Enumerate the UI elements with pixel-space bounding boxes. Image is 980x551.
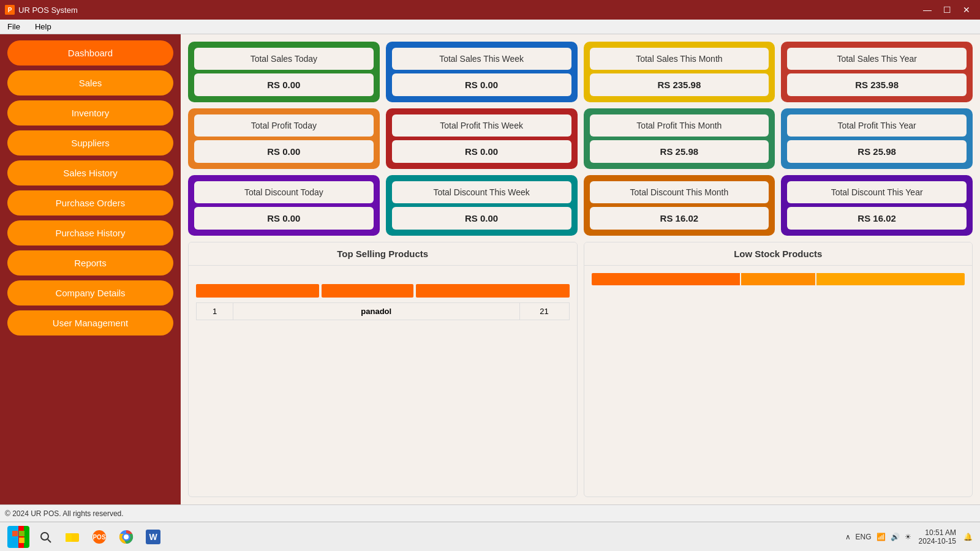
svg-rect-2 bbox=[12, 531, 18, 536]
stat-card-sales-today: Total Sales Today RS 0.00 bbox=[188, 42, 380, 102]
content-area: Total Sales Today RS 0.00 Total Sales Th… bbox=[181, 34, 980, 504]
title-bar-controls[interactable]: — ☐ ✕ bbox=[919, 4, 975, 16]
word-taskbar-button[interactable]: W bbox=[142, 526, 164, 548]
sidebar-item-sales-history[interactable]: Sales History bbox=[7, 160, 173, 186]
title-bar-left: P UR POS System bbox=[5, 5, 78, 15]
stat-card-sales-month: Total Sales This Month RS 235.98 bbox=[584, 42, 775, 102]
stat-value-sales-week: RS 0.00 bbox=[392, 73, 571, 96]
table-cell-product: panadol bbox=[233, 303, 520, 320]
stat-value-profit-week: RS 0.00 bbox=[392, 140, 571, 163]
svg-text:POS: POS bbox=[92, 534, 105, 541]
search-taskbar-button[interactable] bbox=[34, 526, 56, 548]
svg-text:W: W bbox=[149, 532, 157, 542]
main-container: Dashboard Sales Inventory Suppliers Sale… bbox=[0, 34, 980, 504]
language-indicator: ENG bbox=[856, 533, 872, 541]
stat-card-profit-today: Total Profit Today RS 0.00 bbox=[188, 108, 380, 169]
stat-value-discount-week: RS 0.00 bbox=[392, 207, 571, 230]
menu-help[interactable]: Help bbox=[32, 21, 54, 32]
sidebar-item-sales[interactable]: Sales bbox=[7, 70, 173, 96]
svg-text:P: P bbox=[8, 7, 12, 13]
stat-card-discount-today: Total Discount Today RS 0.00 bbox=[188, 175, 380, 236]
stat-title-profit-month: Total Profit This Month bbox=[590, 114, 769, 137]
menu-file[interactable]: File bbox=[5, 21, 23, 32]
sidebar-item-inventory[interactable]: Inventory bbox=[7, 100, 173, 126]
wifi-icon: 📶 bbox=[876, 533, 886, 541]
svg-rect-3 bbox=[19, 531, 24, 536]
sidebar-item-user-management[interactable]: User Management bbox=[7, 310, 173, 335]
file-explorer-button[interactable] bbox=[61, 526, 83, 548]
taskbar-clock: 10:51 AM 2024-10-15 bbox=[919, 528, 956, 545]
top-selling-content: 1 panadol 21 bbox=[189, 266, 577, 497]
sidebar-item-purchase-history[interactable]: Purchase History bbox=[7, 220, 173, 246]
top-selling-header: Top Selling Products bbox=[189, 242, 577, 266]
stat-value-profit-month: RS 25.98 bbox=[590, 140, 769, 163]
volume-icon[interactable]: 🔊 bbox=[891, 533, 900, 541]
table-row: 1 panadol 21 bbox=[196, 302, 570, 320]
stat-title-discount-week: Total Discount This Week bbox=[392, 181, 571, 203]
stat-value-profit-today: RS 0.00 bbox=[194, 140, 374, 163]
table-cell-qty: 21 bbox=[520, 303, 569, 320]
stat-title-profit-today: Total Profit Today bbox=[194, 114, 374, 137]
taskbar-left: POS W bbox=[7, 526, 164, 548]
stat-card-sales-year: Total Sales This Year RS 235.98 bbox=[781, 42, 973, 102]
close-button[interactable]: ✕ bbox=[958, 4, 975, 16]
menu-bar: File Help bbox=[0, 20, 980, 34]
stat-card-discount-month: Total Discount This Month RS 16.02 bbox=[584, 175, 775, 236]
bar-2 bbox=[322, 284, 413, 298]
sidebar-item-dashboard[interactable]: Dashboard bbox=[7, 40, 173, 66]
svg-point-14 bbox=[124, 534, 129, 539]
stat-title-profit-year: Total Profit This Year bbox=[787, 114, 967, 137]
stat-value-discount-today: RS 0.00 bbox=[194, 207, 374, 230]
chrome-taskbar-button[interactable] bbox=[115, 526, 137, 548]
footer: © 2024 UR POS. All rights reserved. bbox=[0, 504, 980, 522]
taskbar: POS W ∧ ENG 📶 🔊 ☀ 1 bbox=[0, 522, 980, 551]
sidebar-item-reports[interactable]: Reports bbox=[7, 250, 173, 276]
stats-grid: Total Sales Today RS 0.00 Total Sales Th… bbox=[188, 42, 973, 236]
app-icon: P bbox=[5, 5, 15, 15]
svg-line-7 bbox=[48, 539, 51, 542]
bar-chart bbox=[196, 273, 570, 298]
minimize-button[interactable]: — bbox=[919, 4, 936, 16]
stat-title-sales-week: Total Sales This Week bbox=[392, 48, 571, 70]
stat-card-profit-month: Total Profit This Month RS 25.98 bbox=[584, 108, 775, 169]
stat-value-discount-year: RS 16.02 bbox=[787, 207, 967, 230]
system-icons: ∧ ENG 📶 🔊 ☀ bbox=[845, 533, 911, 541]
stat-card-discount-week: Total Discount This Week RS 0.00 bbox=[386, 175, 578, 236]
sidebar-item-purchase-orders[interactable]: Purchase Orders bbox=[7, 190, 173, 216]
low-stock-header: Low Stock Products bbox=[584, 242, 973, 266]
low-stock-content bbox=[584, 266, 973, 497]
notification-icon[interactable]: 🔔 bbox=[963, 533, 973, 541]
low-stock-bar-2 bbox=[741, 273, 815, 285]
stat-title-sales-month: Total Sales This Month bbox=[590, 48, 769, 70]
svg-rect-10 bbox=[66, 533, 70, 536]
clock-date: 2024-10-15 bbox=[919, 537, 956, 545]
bar-1 bbox=[196, 284, 319, 298]
low-stock-panel: Low Stock Products bbox=[584, 242, 973, 497]
stat-value-discount-month: RS 16.02 bbox=[590, 207, 769, 230]
svg-rect-5 bbox=[19, 538, 24, 543]
window-title: UR POS System bbox=[18, 6, 78, 15]
stat-value-profit-year: RS 25.98 bbox=[787, 140, 967, 163]
low-stock-bar-1 bbox=[592, 273, 740, 285]
restore-button[interactable]: ☐ bbox=[938, 4, 956, 16]
sidebar-item-suppliers[interactable]: Suppliers bbox=[7, 130, 173, 156]
brightness-icon[interactable]: ☀ bbox=[905, 533, 911, 541]
sidebar: Dashboard Sales Inventory Suppliers Sale… bbox=[0, 34, 181, 504]
sidebar-item-company-details[interactable]: Company Details bbox=[7, 280, 173, 305]
low-stock-bar-3 bbox=[816, 273, 965, 285]
ur-pos-taskbar-button[interactable]: POS bbox=[88, 526, 110, 548]
stat-title-discount-today: Total Discount Today bbox=[194, 181, 374, 203]
taskbar-right: ∧ ENG 📶 🔊 ☀ 10:51 AM 2024-10-15 🔔 bbox=[845, 528, 973, 545]
clock-time: 10:51 AM bbox=[925, 528, 956, 537]
low-stock-bar bbox=[592, 273, 965, 285]
stat-title-discount-month: Total Discount This Month bbox=[590, 181, 769, 203]
title-bar: P UR POS System — ☐ ✕ bbox=[0, 0, 980, 20]
stat-value-sales-month: RS 235.98 bbox=[590, 73, 769, 96]
stat-title-discount-year: Total Discount This Year bbox=[787, 181, 967, 203]
bottom-panels: Top Selling Products 1 panadol 21 bbox=[188, 242, 973, 497]
start-button[interactable] bbox=[7, 526, 29, 548]
stat-value-sales-today: RS 0.00 bbox=[194, 73, 374, 96]
chevron-up-icon[interactable]: ∧ bbox=[845, 533, 851, 541]
stat-card-sales-week: Total Sales This Week RS 0.00 bbox=[386, 42, 578, 102]
table-cell-num: 1 bbox=[197, 303, 233, 320]
